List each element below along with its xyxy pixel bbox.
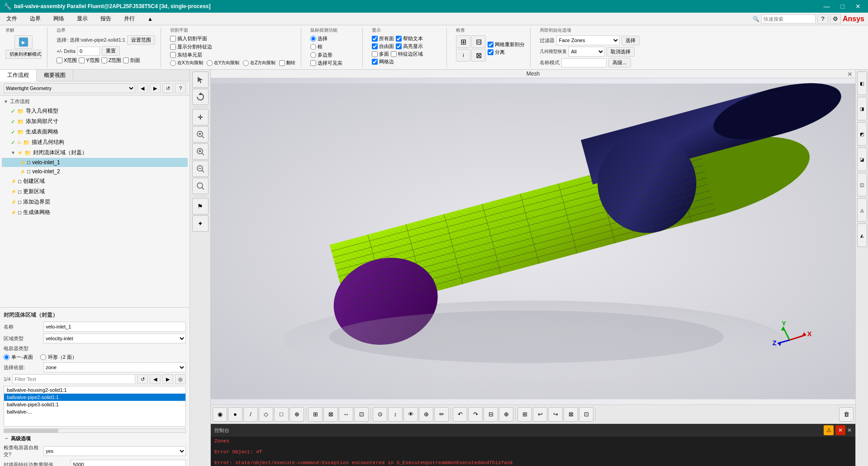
mesh-edge-check[interactable]: 网格边 [372,58,394,65]
filter-reset-btn[interactable]: ↺ [137,374,148,384]
switch-solve-mode-button[interactable]: 切换到求解模式 [5,50,42,59]
vt-zoom-out-button[interactable] [192,161,209,177]
vb-btn-22[interactable]: ⊠ [564,407,578,422]
workflow-collapse[interactable]: ▼ [4,99,8,104]
free-faces-check[interactable]: 自由面 [372,43,394,50]
flip-check[interactable]: 翻转 [279,60,295,66]
console-error-button[interactable]: ✕ [835,425,845,435]
filter-select[interactable]: Face Zones [556,35,620,45]
yrange-check[interactable]: Y范围 [79,57,99,64]
rs-btn-0[interactable]: ◧ [857,71,867,95]
cancel-select-btn[interactable]: 取消选择 [607,47,635,57]
multi-faces-check[interactable]: 多面 [372,51,389,57]
name-input[interactable] [43,322,186,332]
vt-zoom-box-button[interactable] [192,178,209,194]
zone-list-scrollbar[interactable] [4,428,186,433]
check-capacitor-select[interactable]: yes [43,446,186,456]
close-fluid-collapse[interactable]: ▼ [11,150,15,155]
vb-btn-1[interactable]: ● [228,407,242,422]
xdir-check[interactable]: 在X方向限制 [170,60,203,66]
vt-rotate-button[interactable] [192,89,209,105]
set-range-button[interactable]: 设置范围 [127,35,155,45]
vb-btn-10[interactable]: ⊙ [373,407,387,422]
insert-cut-plane-check[interactable]: 插入切割平面 [170,35,207,42]
zone-item-3[interactable]: ballvalve-... [4,408,185,415]
vb-btn-11[interactable]: ↕ [388,407,403,422]
vb-btn-20[interactable]: ↩ [533,407,547,422]
vb-btn-13[interactable]: ⊛ [419,407,433,422]
menu-report[interactable]: 报告 [98,14,114,24]
viewport-canvas[interactable]: X Y Z [211,78,855,404]
vb-btn-12[interactable]: 👁 [403,407,418,422]
maximize-button[interactable]: □ [837,2,848,11]
vt-flag-button[interactable]: ⚑ [192,198,209,214]
vb-btn-21[interactable]: ↪ [548,407,563,422]
wf-add-boundary-layer[interactable]: ⚡ □ 添加边界层 [2,197,188,207]
rs-btn-1[interactable]: ◨ [857,97,867,120]
vb-btn-5[interactable]: ⊕ [289,407,304,422]
workflow-prev-button[interactable]: ◀ [137,83,148,93]
wf-create-region[interactable]: ⚡ □ 创建区域 [2,176,188,186]
rs-btn-4[interactable]: ◫ [857,173,867,196]
filter-prev-btn[interactable]: ◀ [150,374,161,384]
select-visible-check[interactable]: 选择可见实 [310,60,342,67]
vb-btn-15[interactable]: ↶ [453,407,467,422]
vt-zoom-in-button[interactable]: + [192,143,209,160]
xrange-check[interactable]: X范围 [57,57,77,64]
vb-btn-17[interactable]: ⊟ [484,407,498,422]
vt-zoom-fit-button[interactable] [192,126,209,143]
feature-area-check[interactable]: 特征边区域 [391,51,423,57]
vb-btn-7[interactable]: ⊠ [323,407,338,422]
rs-btn-5[interactable]: ◬ [857,198,867,222]
section-check[interactable]: 剖面 [123,57,140,64]
polygon-radio[interactable]: 多边形 [310,52,342,58]
workflow-restart-button[interactable]: ↺ [162,83,173,93]
annular-radio[interactable]: 环形（2 面） [40,354,77,361]
geo-restore-select[interactable]: All [569,47,605,57]
quick-search-input[interactable] [761,14,816,24]
wf-velo-inlet-2[interactable]: ⚡ □ velo-inlet_2 [2,167,188,176]
workflow-dropdown[interactable]: Watertight Geometry [4,83,135,93]
menu-more[interactable]: ▲ [145,15,156,23]
vt-select-button[interactable] [192,71,209,88]
frame-radio[interactable]: 框 [310,43,342,50]
vb-delete-btn[interactable]: 🗑 [839,407,854,422]
wf-describe-geo[interactable]: ✓ ⚠ 📁 描述几何结构 [2,137,188,147]
settings-button[interactable]: ⚙ [830,14,841,24]
minimize-button[interactable]: — [820,2,834,11]
close-button[interactable]: ✕ [852,2,864,11]
check-btn-1[interactable]: ⊞ [456,35,470,48]
ydir-check[interactable]: 在Y方向限制 [207,60,240,66]
rs-btn-3[interactable]: ◪ [857,147,867,171]
vb-btn-2[interactable]: / [243,407,258,422]
vb-btn-4[interactable]: □ [274,407,289,422]
select-by-select[interactable]: zone [43,362,186,372]
zone-item-2[interactable]: ballvalve-pipe3-solid1:1 [4,401,185,408]
tab-summary[interactable]: 概要视图 [37,70,73,81]
filter-next-btn[interactable]: ▶ [162,374,173,384]
menu-boundary[interactable]: 边界 [27,14,43,24]
reset-button[interactable]: 重置 [102,46,120,56]
menu-display[interactable]: 显示 [74,14,90,24]
wf-gen-surface-mesh[interactable]: ✓ 📁 生成表面网格 [2,127,188,137]
viewport-close-button[interactable]: ✕ [847,71,853,78]
vb-btn-0[interactable]: ◉ [213,407,227,422]
seal-face-input[interactable] [71,460,186,466]
select-btn[interactable]: 选择 [621,36,640,45]
vb-btn-16[interactable]: ↷ [468,407,483,422]
vb-btn-23[interactable]: ⊡ [579,407,593,422]
zone-type-select[interactable]: velocity-inlet [43,333,186,343]
mesh-refine-check[interactable]: 网格重新剖分 [488,41,525,48]
name-pattern-input[interactable] [561,58,607,67]
advanced-options-toggle[interactable]: － 高级选项 [4,435,186,442]
help-text-check[interactable]: 帮助文本 [396,35,423,42]
zdir-check[interactable]: 在Z方向限制 [243,60,275,66]
show-feature-edge-check[interactable]: 显示分割特征边 [170,43,212,50]
wf-velo-inlet-1[interactable]: ⚡ □ velo-inlet_1 [2,158,188,167]
vb-btn-3[interactable]: ◇ [259,407,273,422]
wf-close-fluid-region[interactable]: ▼ ⚡ 📁 封闭流体区域（封盖） [2,147,188,158]
close-unit-layer-check[interactable]: 东结单元层 [170,52,202,58]
rs-btn-6[interactable]: ◭ [857,223,867,247]
wf-update-region[interactable]: ⚡ □ 更新区域 [2,186,188,197]
vb-btn-9[interactable]: ⊡ [354,407,369,422]
